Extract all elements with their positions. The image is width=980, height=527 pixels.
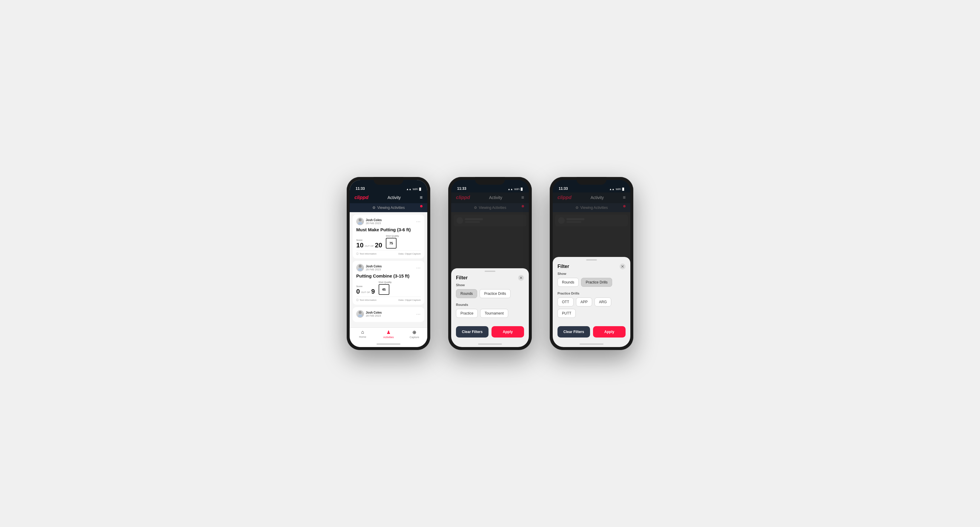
- user-name-2: Josh Coles: [366, 265, 382, 268]
- avatar-3: [356, 310, 364, 318]
- menu-icon-2: ≡: [521, 195, 524, 200]
- activity-card-2: Josh Coles 28 Feb 2023 ··· Putting Combi…: [353, 261, 424, 305]
- filter-bar-3: ⚙ Viewing Activities: [553, 203, 630, 212]
- phone-3: 11:33 ▲▲ WiFi ▉ clippd Activity ≡ ⚙ View…: [550, 177, 633, 350]
- activities-icon-1: ♟: [387, 329, 391, 335]
- status-icons-1: ▲▲ WiFi ▉: [406, 188, 421, 191]
- card-footer-1: ⓘ Test Information Data: Clippd Capture: [356, 250, 421, 256]
- tournament-btn-2[interactable]: Tournament: [480, 309, 508, 318]
- modal-body-3: Show Rounds Practice Drills Practice Dri…: [553, 272, 630, 322]
- rounds-label-2: Rounds: [456, 303, 524, 306]
- modal-close-3[interactable]: ✕: [620, 264, 625, 270]
- ott-btn-3[interactable]: OTT: [557, 297, 574, 306]
- nav-bar-1: clippd Activity ≡: [350, 192, 427, 203]
- more-dots-3[interactable]: ···: [416, 311, 421, 316]
- arg-btn-3[interactable]: ARG: [595, 297, 611, 306]
- avatar-2: [356, 264, 364, 271]
- info-icon-1: ⓘ: [356, 252, 359, 256]
- battery-icon: ▉: [419, 188, 421, 191]
- nav-title-1: Activity: [388, 195, 401, 200]
- apply-btn-3[interactable]: Apply: [593, 326, 625, 338]
- modal-close-2[interactable]: ✕: [518, 275, 524, 281]
- modal-sheet-2: Filter ✕ Show Rounds Practice Drills: [451, 268, 529, 341]
- tab-capture-label-1: Capture: [410, 336, 419, 339]
- modal-overlay-2: Filter ✕ Show Rounds Practice Drills: [451, 212, 529, 341]
- tab-activities-1[interactable]: ♟ Activities: [375, 329, 402, 339]
- scroll-content-1: Josh Coles 28 Feb 2023 ··· Must Make Put…: [350, 212, 427, 327]
- more-dots-1[interactable]: ···: [416, 219, 421, 224]
- status-time-2: 11:33: [457, 187, 466, 191]
- signal-icon-3: ▲▲: [609, 188, 614, 191]
- filter-settings-icon-3: ⚙: [575, 206, 579, 210]
- nav-bar-2: clippd Activity ≡: [451, 192, 529, 203]
- show-section-3: Show Rounds Practice Drills: [557, 272, 625, 287]
- nav-title-2: Activity: [489, 195, 502, 200]
- user-info-3: Josh Coles 28 Feb 2023: [366, 311, 382, 317]
- show-section-2: Show Rounds Practice Drills: [456, 283, 524, 298]
- stat-outof-2: 0 OUT OF 9: [356, 288, 375, 295]
- card-header-2: Josh Coles 28 Feb 2023 ···: [356, 264, 421, 271]
- filter-bar-1[interactable]: ⚙ Viewing Activities: [350, 203, 427, 212]
- card-header-1: Josh Coles 28 Feb 2023 ···: [356, 217, 421, 225]
- phone-1: 11:33 ▲▲ WiFi ▉ clippd Activity ≡ ⚙ View…: [347, 177, 430, 350]
- status-time-3: 11:33: [559, 187, 568, 191]
- filter-settings-icon-2: ⚙: [474, 206, 477, 210]
- status-icons-2: ▲▲ WiFi ▉: [508, 188, 523, 191]
- apply-btn-2[interactable]: Apply: [492, 326, 524, 338]
- drills-buttons-3: OTT APP ARG PUTT: [557, 297, 625, 318]
- battery-icon-3: ▉: [622, 188, 624, 191]
- user-date-3: 28 Feb 2023: [366, 314, 382, 317]
- user-info-2: Josh Coles 28 Feb 2023: [366, 265, 382, 271]
- rounds-btn-3[interactable]: Rounds: [557, 278, 579, 287]
- quality-badge-1: 75: [386, 238, 396, 249]
- status-time-1: 11:33: [356, 187, 365, 191]
- practice-round-btn-2[interactable]: Practice: [456, 309, 478, 318]
- wifi-icon: WiFi: [413, 188, 418, 191]
- tab-home-label-1: Home: [359, 335, 366, 338]
- modal-body-2: Show Rounds Practice Drills Rounds: [451, 283, 529, 322]
- show-label-3: Show: [557, 272, 625, 275]
- activity-card-3: Josh Coles 28 Feb 2023 ···: [353, 307, 424, 322]
- quality-badge-2: 45: [379, 284, 389, 295]
- activity-card-1: Josh Coles 28 Feb 2023 ··· Must Make Put…: [353, 214, 424, 259]
- quality-group-2: Shot Quality 45: [379, 281, 392, 295]
- user-name-1: Josh Coles: [366, 218, 382, 222]
- user-date-1: 28 Feb 2023: [366, 222, 382, 225]
- menu-icon-1[interactable]: ≡: [420, 195, 423, 200]
- modal-title-2: Filter: [456, 275, 468, 281]
- app-btn-3[interactable]: APP: [576, 297, 592, 306]
- footer-info-1: ⓘ Test Information: [356, 252, 377, 256]
- score-group-2: Score 0 OUT OF 9: [356, 285, 375, 295]
- status-icons-3: ▲▲ WiFi ▉: [609, 188, 624, 191]
- filter-dot-2: [522, 205, 524, 207]
- home-indicator-1: [350, 341, 427, 347]
- modal-sheet-3: Filter ✕ Show Rounds Practice Drills: [553, 257, 630, 341]
- card-user-3: Josh Coles 28 Feb 2023: [356, 310, 382, 318]
- main-scene: 11:33 ▲▲ WiFi ▉ clippd Activity ≡ ⚙ View…: [347, 177, 633, 350]
- practice-drills-btn-2[interactable]: Practice Drills: [480, 289, 510, 298]
- tab-capture-1[interactable]: ⊕ Capture: [401, 329, 427, 339]
- practice-drills-btn-3[interactable]: Practice Drills: [581, 278, 612, 287]
- filter-dot-1: [420, 205, 423, 207]
- more-dots-2[interactable]: ···: [416, 265, 421, 270]
- tab-home-1[interactable]: ⌂ Home: [350, 329, 375, 339]
- notch-3: [577, 177, 606, 185]
- show-buttons-3: Rounds Practice Drills: [557, 278, 625, 287]
- phone-2: 11:33 ▲▲ WiFi ▉ clippd Activity ≡ ⚙ View…: [448, 177, 532, 350]
- clear-filters-btn-3[interactable]: Clear Filters: [557, 326, 590, 338]
- card-header-3: Josh Coles 28 Feb 2023 ···: [356, 310, 421, 318]
- putt-btn-3[interactable]: PUTT: [557, 309, 576, 318]
- clear-filters-btn-2[interactable]: Clear Filters: [456, 326, 488, 338]
- card-user-2: Josh Coles 28 Feb 2023: [356, 264, 382, 271]
- drills-section-3: Practice Drills OTT APP ARG PUTT: [557, 292, 625, 318]
- logo-1: clippd: [355, 195, 369, 200]
- capture-icon-1: ⊕: [412, 329, 416, 335]
- notch-1: [374, 177, 403, 185]
- modal-footer-2: Clear Filters Apply: [451, 322, 529, 341]
- modal-footer-3: Clear Filters Apply: [553, 322, 630, 341]
- rounds-buttons-2: Practice Tournament: [456, 309, 524, 318]
- notch-2: [475, 177, 505, 185]
- wifi-icon-3: WiFi: [616, 188, 621, 191]
- info-icon-2: ⓘ: [356, 298, 359, 302]
- rounds-btn-2[interactable]: Rounds: [456, 289, 477, 298]
